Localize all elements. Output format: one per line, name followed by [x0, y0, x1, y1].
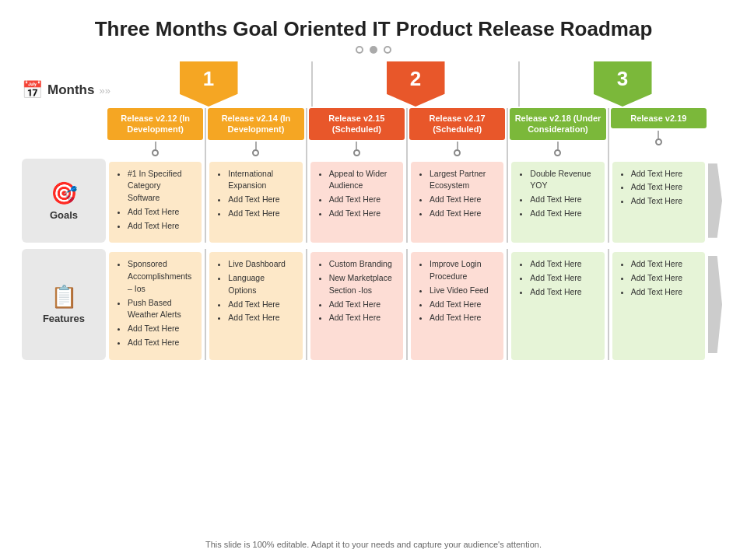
feature-card-1: Live Dashboard Language Options Add Text… [205, 249, 305, 359]
month-3-badge: 3 [594, 61, 652, 107]
features-arrow [708, 249, 725, 359]
release-col-4: Release v2.18 (Under Consideration) [507, 108, 607, 159]
dots-row [0, 46, 747, 54]
footer-note: This slide is 100% editable. Adapt it to… [0, 540, 747, 549]
page-title: Three Months Goal Oriented IT Product Re… [0, 0, 747, 46]
calendar-icon: 📅 [22, 80, 43, 100]
goal-card-3: Largest Partner Ecosystem Add Text Here … [406, 159, 507, 243]
goals-section-row: 🎯 Goals #1 In Specified Category Softwar… [22, 159, 725, 243]
feature-card-2: Custom Branding New Marketplace Section … [306, 249, 406, 359]
features-label-area: 📋 Features [22, 249, 106, 359]
features-label-text: Features [43, 313, 85, 324]
feature-card-4: Add Text Here Add Text Here Add Text Her… [507, 249, 607, 359]
month-2-badge: 2 [387, 61, 445, 107]
goals-label-area: 🎯 Goals [22, 159, 106, 243]
feature-card-5: Add Text Here Add Text Here Add Text Her… [608, 249, 708, 359]
goal-card-4: Double Revenue YOY Add Text Here Add Tex… [507, 159, 607, 243]
goal-card-2: Appeal to Wider Audience Add Text Here A… [306, 159, 406, 243]
goal-card-0: #1 In Specified Category Software Add Te… [106, 159, 205, 243]
release-col-2: Release v2.15 (Scheduled) [306, 108, 406, 159]
features-section-row: 📋 Features Sponsored Accomplishments – I… [22, 249, 725, 359]
months-label: Months [47, 82, 94, 98]
goals-arrow [708, 159, 725, 243]
features-icon: 📋 [51, 284, 78, 310]
goal-card-5: Add Text Here Add Text Here Add Text Her… [608, 159, 708, 243]
release-col-0: Release v2.12 (In Development) [106, 108, 205, 159]
release-col-1: Release v2.14 (In Development) [205, 108, 305, 159]
month-1-badge: 1 [180, 61, 238, 107]
goals-icon: 🎯 [51, 180, 78, 206]
release-col-3: Release v2.17 (Scheduled) [406, 108, 507, 159]
goal-card-1: International Expansion Add Text Here Ad… [205, 159, 305, 243]
goals-label-text: Goals [50, 209, 78, 221]
feature-card-0: Sponsored Accomplishments – Ios Push Bas… [106, 249, 205, 359]
release-col-5: Release v2.19 [608, 108, 708, 159]
feature-card-3: Improve Login Procedure Live Video Feed … [406, 249, 507, 359]
